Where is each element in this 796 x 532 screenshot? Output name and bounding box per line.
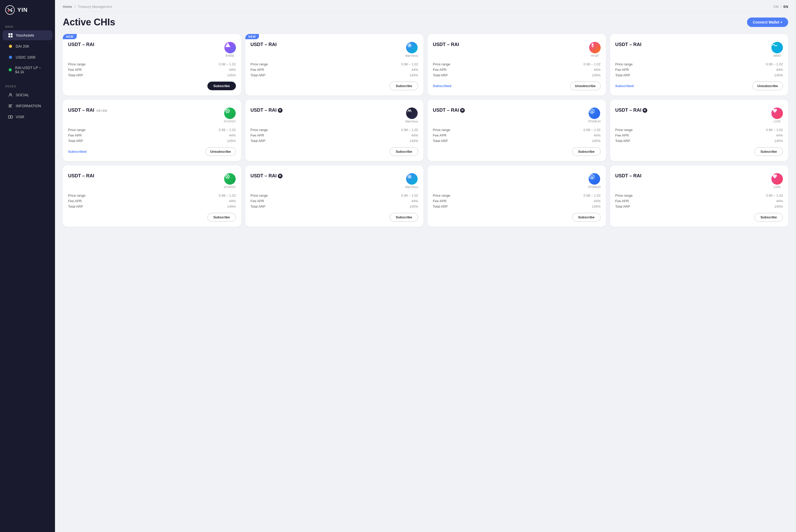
card-title: USDT – RAIM	[251, 108, 283, 113]
sidebar-item-information[interactable]: INFORMATION	[3, 101, 52, 111]
card-stats: Price range 0.98 – 1.02 Fee APR 44% Tota…	[251, 127, 418, 144]
stat-row-total: Total ARP 145%	[615, 138, 783, 144]
subscribe-button[interactable]: Subscribe	[207, 82, 236, 90]
total-arp-value: 145%	[774, 73, 783, 77]
sidebar-item-rai[interactable]: RAI-USDT LP ~ $4.1k	[3, 63, 52, 76]
card-icon-label: LOVE	[774, 186, 781, 189]
total-arp-value: 145%	[592, 73, 600, 77]
fee-apr-label: Fee APR	[433, 199, 447, 203]
sidebar-item-usdc[interactable]: USDC 100K	[3, 52, 52, 62]
card-icon	[589, 173, 600, 185]
card-header: USDT – RAICN | EN KYUIOOY	[68, 108, 236, 123]
dai-icon	[8, 44, 13, 49]
breadcrumb: Home / Treasury Management	[63, 5, 112, 8]
card-card-3: USDT – RAI HYUIF Price range 0.98 – 1.02…	[428, 34, 606, 95]
unsubscribe-button[interactable]: Unsubscribe	[570, 82, 601, 90]
card-title: USDT – RAI	[68, 173, 94, 179]
page-header: Active CHIs Connect Wallet +	[63, 17, 788, 28]
stat-row-total: Total ARP 145%	[433, 73, 601, 78]
social-icon	[8, 92, 13, 98]
card-footer: Subscribe	[615, 147, 783, 156]
card-header: USDT – RAI A Matt Henry	[251, 42, 418, 57]
total-arp-label: Total ARP	[251, 139, 266, 143]
subscribe-button[interactable]: Subscribe	[572, 147, 601, 156]
subscribe-button[interactable]: Subscribe	[390, 82, 418, 90]
unsubscribe-button[interactable]: Unsubscribe	[752, 82, 783, 90]
unsubscribe-button[interactable]: Unsubscribe	[205, 147, 236, 156]
price-range-value: 0.98 – 1.02	[219, 193, 236, 197]
price-range-value: 0.98 – 1.02	[401, 128, 418, 132]
breadcrumb-home[interactable]: Home	[63, 5, 72, 8]
fee-apr-label: Fee APR	[68, 133, 82, 137]
card-stats: Price range 0.98 – 1.02 Fee APR 44% Tota…	[615, 193, 783, 209]
card-stats: Price range 0.98 – 1.02 Fee APR 44% Tota…	[68, 127, 236, 144]
lang-en[interactable]: EN	[783, 5, 788, 8]
price-range-label: Price range	[615, 62, 633, 66]
card-icon-label: Matt Henry	[405, 120, 418, 123]
card-footer: Subscribe	[68, 213, 236, 222]
total-arp-value: 145%	[410, 205, 418, 208]
card-footer: Subscribe	[68, 82, 236, 90]
price-range-value: 0.98 – 1.02	[401, 193, 418, 197]
card-footer: Subscribe	[251, 82, 418, 90]
stat-row-price: Price range 0.98 – 1.02	[68, 127, 236, 133]
stat-row-total: Total ARP 145%	[615, 73, 783, 78]
subscribe-button[interactable]: Subscribe	[390, 147, 418, 156]
lang-sep: I	[781, 5, 782, 8]
card-icon	[406, 108, 418, 119]
total-arp-value: 145%	[410, 139, 418, 143]
fee-apr-label: Fee APR	[615, 199, 629, 203]
stat-row-fee: Fee APR 44%	[251, 133, 418, 138]
stat-row-fee: Fee APR 44%	[615, 198, 783, 204]
card-card-7: USDT – RAIM RTGNKJH Price range 0.98 – 1…	[428, 100, 606, 161]
svg-text:A: A	[408, 43, 411, 48]
card-footer: Subscribe	[433, 147, 601, 156]
price-range-label: Price range	[68, 62, 85, 66]
card-header: USDT – RAI LOVE	[615, 173, 783, 189]
card-card-12: USDT – RAI LOVE Price range 0.98 – 1.02 …	[610, 165, 789, 227]
stat-row-total: Total ARP 145%	[68, 138, 236, 144]
total-arp-label: Total ARP	[251, 73, 266, 77]
rai-icon	[8, 67, 13, 73]
sidebar-section-pages: PAGES	[0, 82, 55, 90]
price-range-label: Price range	[251, 193, 268, 197]
subscribe-button[interactable]: Subscribe	[390, 213, 418, 222]
stat-row-price: Price range 0.98 – 1.02	[251, 127, 418, 133]
card-footer: Subscribe	[251, 147, 418, 156]
fee-apr-value: 44%	[411, 133, 418, 137]
stat-row-price: Price range 0.98 – 1.02	[68, 61, 236, 67]
total-arp-value: 145%	[227, 139, 236, 143]
card-icon	[589, 42, 601, 53]
card-card-4: USDT – RAI WRAT Price range 0.98 – 1.02 …	[610, 34, 789, 95]
subscribe-button[interactable]: Subscribe	[572, 213, 601, 222]
sidebar-item-dai[interactable]: DAI 20K	[3, 41, 52, 51]
card-footer: Subscribe	[433, 213, 601, 222]
sidebar-item-your-assets[interactable]: YourAssets	[3, 30, 52, 40]
usdc-icon	[8, 55, 13, 60]
card-title: USDT – RAI	[615, 42, 641, 48]
card-header: USDT – RAI HYUIF	[433, 42, 601, 57]
card-title: USDT – RAI	[251, 42, 277, 48]
subscribe-button[interactable]: Subscribe	[754, 213, 783, 222]
stat-row-price: Price range 0.98 – 1.02	[251, 61, 418, 67]
fee-apr-value: 44%	[776, 133, 783, 137]
card-icon-label: KYUIOOY	[224, 186, 236, 189]
stat-row-fee: Fee APR 44%	[615, 67, 783, 73]
stat-row-price: Price range 0.98 – 1.02	[615, 127, 783, 133]
fee-apr-value: 44%	[776, 68, 783, 72]
stat-row-total: Total ARP 145%	[68, 73, 236, 78]
total-arp-value: 145%	[227, 73, 236, 77]
card-stats: Price range 0.98 – 1.02 Fee APR 44% Tota…	[615, 127, 783, 144]
sidebar-item-social[interactable]: SOCIAL	[3, 90, 52, 100]
total-arp-label: Total ARP	[615, 73, 630, 77]
subscribe-button[interactable]: Subscribe	[207, 213, 236, 222]
stat-row-fee: Fee APR 44%	[68, 67, 236, 73]
card-title: USDT – RAI	[615, 173, 641, 179]
lang-cn[interactable]: CN	[774, 5, 778, 8]
subscribe-button[interactable]: Subscribe	[754, 147, 783, 156]
total-arp-value: 145%	[774, 205, 783, 208]
card-icon	[772, 108, 783, 119]
connect-wallet-button[interactable]: Connect Wallet +	[747, 18, 788, 27]
sidebar-item-visr[interactable]: VISR	[3, 112, 52, 122]
fee-apr-label: Fee APR	[251, 133, 264, 137]
